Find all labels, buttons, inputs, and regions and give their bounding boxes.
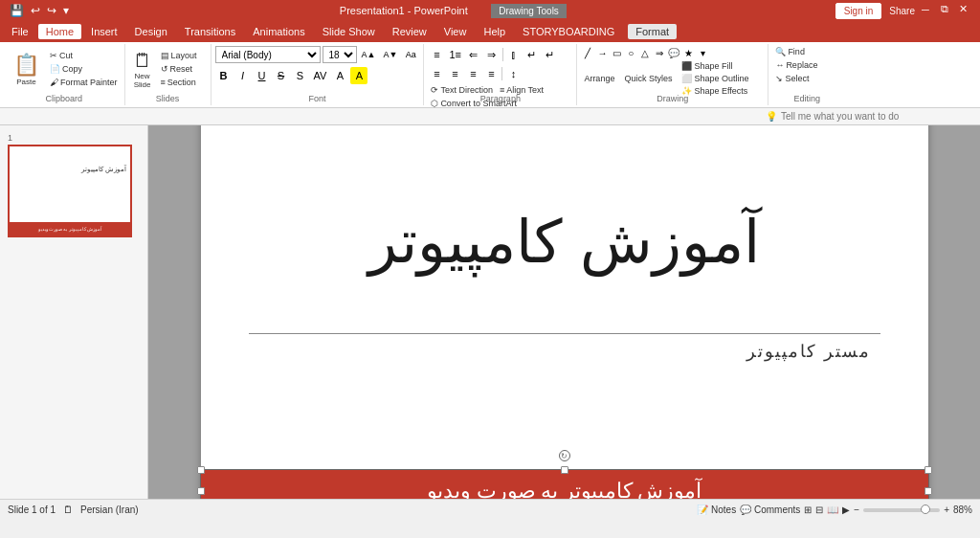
align-left-button[interactable]: ≡ [464, 65, 481, 82]
new-slide-button[interactable]: 🗒 NewSlide [129, 46, 156, 92]
cut-button[interactable]: ✂ Cut [47, 50, 121, 61]
find-button[interactable]: 🔍 Find [772, 46, 808, 57]
bold-button[interactable]: B [215, 67, 233, 84]
view-slide-sorter-icon[interactable]: ⊟ [815, 504, 823, 515]
zoom-in-button[interactable]: + [944, 504, 949, 515]
window-title: Presentation1 - PowerPoint Drawing Tools [340, 5, 567, 16]
canvas-area: آموزش کامپیوتر مستر کامپیوتر ↻ [148, 125, 980, 499]
decrease-font-button[interactable]: A▼ [380, 46, 400, 63]
decrease-indent-button[interactable]: ⇐ [465, 46, 482, 63]
zoom-thumb[interactable] [921, 504, 930, 514]
customize-icon[interactable]: ▾ [61, 4, 71, 17]
quick-styles-button[interactable]: Quick Styles [621, 73, 675, 84]
slideshow-icon[interactable]: ▶ [842, 504, 850, 515]
ltr-button[interactable]: ↵ [542, 46, 559, 63]
handle-top-right[interactable] [924, 466, 932, 474]
section-button[interactable]: ≡ Section [158, 77, 200, 88]
layout-button[interactable]: ▤ Layout [158, 50, 200, 61]
tell-me-area: 💡 [766, 111, 972, 122]
menu-insert[interactable]: Insert [83, 24, 125, 39]
rotate-handle[interactable]: ↻ [559, 450, 570, 461]
slide-thumbnail[interactable]: آموزش کامپیوتر آموزش کامپیوتر به صورت وی… [8, 145, 132, 237]
columns-button[interactable]: ⫿ [505, 46, 523, 63]
minimize-button[interactable]: ─ [917, 3, 934, 16]
reset-button[interactable]: ↺ Reset [158, 63, 200, 75]
status-left: Slide 1 of 1 🗒 Persian (Iran) [8, 504, 139, 515]
status-right: 📝 Notes 💬 Comments ⊞ ⊟ 📖 ▶ − + 88% [697, 504, 972, 515]
signin-button[interactable]: Sign in [835, 3, 882, 19]
align-center-button[interactable]: ≡ [446, 65, 463, 82]
font-size-select[interactable]: 18 [323, 46, 357, 63]
menu-format[interactable]: Format [628, 24, 677, 39]
menu-slideshow[interactable]: Slide Show [315, 24, 383, 39]
menu-view[interactable]: View [436, 24, 475, 39]
menu-review[interactable]: Review [385, 24, 434, 39]
handle-top-center[interactable] [561, 466, 568, 474]
restore-button[interactable]: ⧉ [936, 3, 953, 16]
zoom-out-button[interactable]: − [854, 504, 859, 515]
slide-main-title[interactable]: آموزش کامپیوتر [249, 207, 880, 277]
justify-button[interactable]: ≡ [482, 65, 500, 82]
close-button[interactable]: ✕ [955, 3, 972, 16]
menu-home[interactable]: Home [38, 24, 81, 39]
menu-storyboarding[interactable]: STORYBOARDING [515, 24, 622, 39]
shadow-button[interactable]: S [292, 67, 309, 84]
zoom-slider[interactable] [863, 508, 940, 512]
handle-middle-right[interactable] [924, 487, 932, 495]
rtarrow-shape[interactable]: ⇒ [653, 46, 666, 59]
underline-button[interactable]: U [254, 67, 271, 84]
more-shapes[interactable]: ▾ [696, 46, 709, 59]
format-painter-button[interactable]: 🖌 Format Painter [47, 77, 121, 88]
rect-shape[interactable]: ▭ [610, 46, 623, 59]
comments-button[interactable]: 💬 Comments [740, 504, 800, 515]
paste-button[interactable]: 📋 Paste [8, 46, 45, 92]
copy-button[interactable]: 📄 Copy [47, 63, 121, 75]
redo-icon[interactable]: ↪ [45, 4, 58, 17]
rtl-button[interactable]: ↵ [523, 46, 541, 63]
char-spacing-button[interactable]: AV [311, 67, 330, 84]
highlight-button[interactable]: A [350, 67, 368, 84]
slide-subtitle[interactable]: مستر کامپیوتر [258, 341, 871, 362]
shape-outline-button[interactable]: ⬜ Shape Outline [679, 73, 751, 84]
menu-bar: File Home Insert Design Transitions Anim… [0, 21, 980, 42]
strikethrough-button[interactable]: S [273, 67, 290, 84]
font-color-button[interactable]: A [331, 67, 348, 84]
slides-group: 🗒 NewSlide ▤ Layout ↺ Reset ≡ Section Sl… [125, 44, 212, 105]
save-icon[interactable]: 💾 [8, 4, 26, 17]
menu-animations[interactable]: Animations [245, 24, 312, 39]
arrange-button[interactable]: Arrange [581, 73, 617, 84]
view-reading-icon[interactable]: 📖 [827, 504, 838, 515]
handle-middle-left[interactable] [197, 487, 205, 495]
font-family-select[interactable]: Arial (Body) [215, 46, 321, 63]
line-spacing-button[interactable]: ↕ [504, 65, 522, 82]
menu-transitions[interactable]: Transitions [177, 24, 243, 39]
share-label: Share [889, 6, 915, 16]
italic-button[interactable]: I [234, 67, 252, 84]
view-normal-icon[interactable]: ⊞ [804, 504, 812, 515]
increase-indent-button[interactable]: ⇒ [483, 46, 501, 63]
menu-file[interactable]: File [4, 24, 36, 39]
handle-top-left[interactable] [197, 466, 205, 474]
thumbnail-title: آموزش کامپیوتر [81, 166, 126, 173]
triangle-shape[interactable]: △ [638, 46, 652, 59]
select-button[interactable]: ↘ Select [772, 73, 812, 84]
line-shape[interactable]: ╱ [581, 46, 594, 59]
notes-button[interactable]: 📝 Notes [697, 504, 736, 515]
numbering-button[interactable]: 1≡ [446, 46, 464, 63]
clear-format-button[interactable]: Aa [402, 46, 419, 63]
undo-icon[interactable]: ↩ [29, 4, 42, 17]
callout-shape[interactable]: 💬 [667, 46, 680, 59]
menu-help[interactable]: Help [476, 24, 513, 39]
menu-design[interactable]: Design [127, 24, 175, 39]
bullets-button[interactable]: ≡ [428, 46, 445, 63]
star-shape[interactable]: ★ [681, 46, 695, 59]
arrow-shape[interactable]: → [595, 46, 609, 59]
tell-me-input[interactable] [781, 111, 972, 122]
paragraph-top-row: ≡ 1≡ ⇐ ⇒ ⫿ ↵ ↵ [428, 46, 559, 63]
shape-fill-button[interactable]: ⬛ Shape Fill [679, 60, 751, 72]
align-right-button[interactable]: ≡ [428, 65, 445, 82]
slide-footer-bar[interactable]: ↻ آموزش کامپیوتر به صورت ویدیو [201, 469, 928, 499]
replace-button[interactable]: ↔ Replace [772, 59, 820, 71]
oval-shape[interactable]: ○ [624, 46, 637, 59]
increase-font-button[interactable]: A▲ [359, 46, 379, 63]
